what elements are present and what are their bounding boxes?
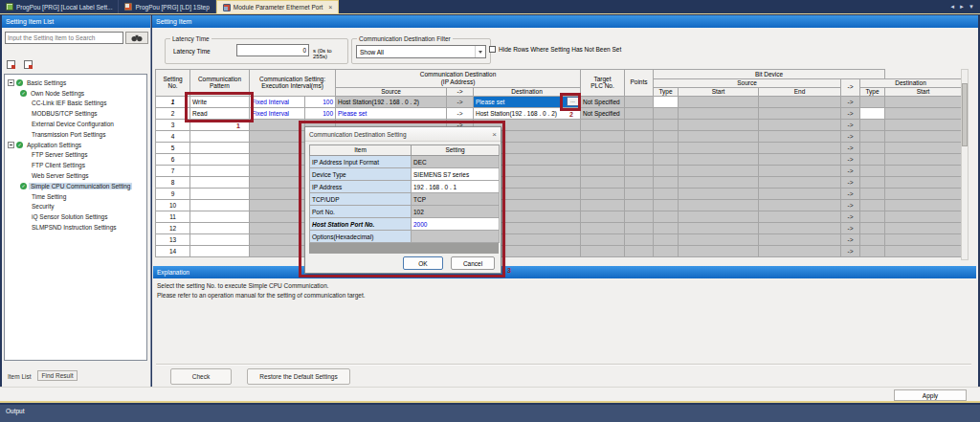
tree-item-cc-link-ief-basic-settings[interactable]: CC-Link IEF Basic Settings [5,99,146,109]
scroll-tabs-left-icon[interactable]: ◄ [949,4,955,10]
setting-no-cell[interactable]: 12 [156,222,190,233]
target-plc-cell[interactable] [581,211,625,222]
bit-destination-type-cell[interactable] [860,245,885,256]
tab-list-menu-icon[interactable]: ▼ [969,4,974,10]
tree-item-external-device-configuration[interactable]: External Device Configuration [5,119,146,129]
communication-pattern-cell[interactable] [190,130,250,142]
target-plc-cell[interactable] [581,233,625,245]
setting-no-cell[interactable]: 10 [156,199,190,211]
communication-pattern-cell[interactable]: Read [190,107,250,119]
target-plc-cell[interactable] [581,176,625,188]
bit-destination-start-cell[interactable] [885,176,962,188]
communication-pattern-cell[interactable] [190,119,250,130]
arrow-cell[interactable]: -> [447,107,474,119]
dialog-setting-value[interactable] [412,231,500,243]
restore-defaults-button[interactable]: Restore the Default Settings [247,368,350,385]
check-button[interactable]: Check [170,368,232,385]
execution-type-cell[interactable] [250,199,305,211]
communication-pattern-cell[interactable] [190,211,250,222]
execution-type-cell[interactable] [250,142,305,153]
target-plc-cell[interactable] [581,245,625,256]
target-plc-cell[interactable] [581,119,625,130]
bit-source-end-cell[interactable] [759,211,841,222]
setting-no-cell[interactable]: 5 [156,142,190,153]
bit-destination-type-cell[interactable] [860,222,885,233]
bit-source-type-cell[interactable] [654,176,679,188]
points-cell[interactable] [625,176,654,188]
bit-arrow-cell[interactable]: -> [841,233,860,245]
bit-source-end-cell[interactable] [759,130,841,142]
bit-source-start-cell[interactable] [679,245,759,256]
tree-item-basic-settings[interactable]: ✓Basic Settings [5,78,146,88]
bit-source-type-cell[interactable] [654,142,679,153]
bit-destination-type-cell[interactable] [860,107,885,119]
bit-arrow-cell[interactable]: -> [841,176,860,188]
destination-ip-cell[interactable]: Please set... [474,96,581,107]
execution-type-cell[interactable]: Fixed Interval [250,96,305,107]
setting-no-cell[interactable]: 7 [156,165,190,176]
cancel-button[interactable]: Cancel [451,256,495,270]
points-cell[interactable] [625,119,654,130]
bit-destination-start-cell[interactable] [885,96,962,107]
points-cell[interactable] [625,233,654,245]
tree-item-web-server-settings[interactable]: Web Server Settings [5,170,146,181]
bit-source-type-cell[interactable] [654,96,679,107]
bit-source-end-cell[interactable] [759,188,841,199]
setting-no-cell[interactable]: 6 [156,153,190,165]
bit-source-start-cell[interactable] [679,119,759,130]
bit-destination-start-cell[interactable] [885,211,962,222]
destination-filter-select[interactable]: Show All [356,45,486,58]
bit-source-end-cell[interactable] [759,165,841,176]
communication-pattern-cell[interactable] [190,176,250,188]
bit-arrow-cell[interactable]: -> [841,107,860,119]
bit-source-end-cell[interactable] [759,153,841,165]
bit-source-start-cell[interactable] [679,176,759,188]
communication-pattern-cell[interactable] [190,188,250,199]
tab-2[interactable]: ProgPou [PRG] [LD] 1Step [119,0,215,13]
communication-pattern-cell[interactable] [190,199,250,211]
execution-type-cell[interactable] [250,176,305,188]
setting-no-cell[interactable]: 2 [156,107,190,119]
communication-pattern-cell[interactable] [190,245,250,256]
bit-source-start-cell[interactable] [679,199,759,211]
search-button[interactable] [125,32,148,44]
setting-no-cell[interactable]: 4 [156,130,190,142]
target-plc-cell[interactable] [581,222,625,233]
setting-no-cell[interactable]: 3 [156,119,190,130]
execution-type-cell[interactable] [250,130,305,142]
execution-type-cell[interactable] [250,233,305,245]
bit-destination-type-cell[interactable] [860,188,885,199]
tree-item-own-node-settings[interactable]: ✓Own Node Settings [5,88,146,99]
arrow-cell[interactable]: -> [447,96,474,107]
bit-source-end-cell[interactable] [759,142,841,153]
communication-pattern-cell[interactable] [190,142,250,153]
bit-source-start-cell[interactable] [679,211,759,222]
execution-interval-cell[interactable]: 100 [305,96,336,107]
bottom-tab-item-list[interactable]: Item List [4,372,35,381]
destination-detail-button[interactable]: ... [567,97,579,106]
scroll-tabs-right-icon[interactable]: ► [959,4,965,10]
bit-destination-type-cell[interactable] [860,153,885,165]
tree-item-time-setting[interactable]: Time Setting [5,191,146,202]
target-plc-cell[interactable] [581,188,625,199]
bit-source-start-cell[interactable] [679,96,759,107]
bit-source-type-cell[interactable] [654,119,679,130]
bit-source-start-cell[interactable] [679,130,759,142]
execution-type-cell[interactable] [250,165,305,176]
target-plc-cell[interactable] [581,153,625,165]
bit-source-start-cell[interactable] [679,233,759,245]
target-plc-cell[interactable] [581,130,625,142]
bit-destination-type-cell[interactable] [860,96,885,107]
bit-source-end-cell[interactable] [759,222,841,233]
bit-source-start-cell[interactable] [679,222,759,233]
execution-interval-cell[interactable]: 100 [305,107,336,119]
communication-pattern-cell[interactable] [190,233,250,245]
points-cell[interactable] [625,142,654,153]
tree-item-ftp-server-settings[interactable]: FTP Server Settings [5,150,146,161]
tree-item-simple-cpu-communication-setting[interactable]: ✓Simple CPU Communication Setting [5,181,146,191]
bit-source-end-cell[interactable] [759,176,841,188]
bit-destination-start-cell[interactable] [885,165,962,176]
execution-type-cell[interactable] [250,245,305,256]
communication-pattern-cell[interactable] [190,222,250,233]
bit-destination-type-cell[interactable] [860,119,885,130]
